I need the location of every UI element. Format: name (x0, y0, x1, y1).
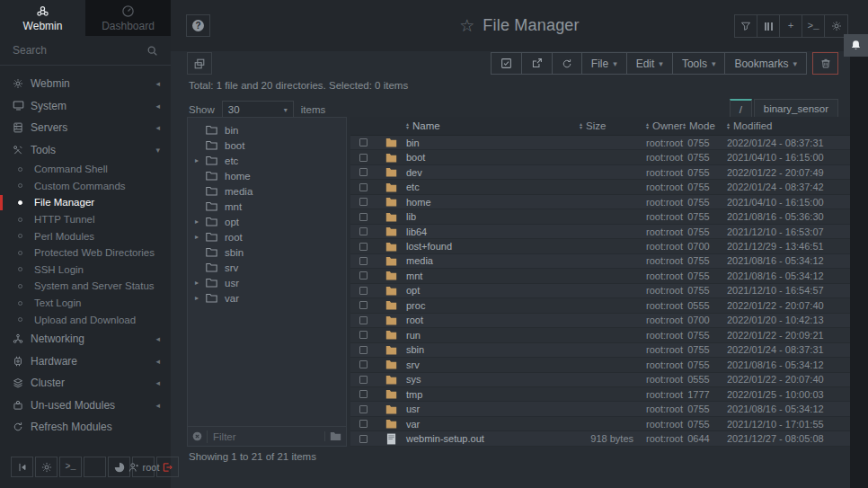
menu-tools-button[interactable]: Tools▾ (673, 53, 726, 74)
row-checkbox[interactable] (359, 183, 368, 191)
file-row-media[interactable]: mediaroot:root07552021/08/16 - 05:34:12 (350, 254, 850, 269)
file-name[interactable]: sbin (406, 344, 580, 355)
expand-caret-icon[interactable]: ▸ (195, 279, 206, 287)
file-row-opt[interactable]: optroot:root07552021/12/10 - 16:54:57 (350, 284, 850, 298)
row-checkbox[interactable] (359, 154, 368, 162)
row-checkbox[interactable] (359, 360, 368, 368)
tree-item-mnt[interactable]: mnt (188, 199, 346, 214)
sidebar-item-webmin[interactable]: Webmin◂ (0, 73, 171, 95)
trash-button[interactable] (812, 52, 838, 75)
file-row-root[interactable]: rootroot:root07002022/01/20 - 10:42:13 (350, 314, 850, 328)
sidebar-item-refresh-modules[interactable]: Refresh Modules (0, 416, 171, 439)
file-name[interactable]: webmin-setup.out (406, 433, 580, 444)
tab-webmin[interactable]: Webmin (0, 0, 85, 36)
file-row-lib64[interactable]: lib64root:root07552021/12/10 - 16:53:07 (350, 225, 850, 239)
file-row-var[interactable]: varroot:root07552021/12/10 - 17:01:55 (350, 417, 850, 431)
column-header-size[interactable]: ▴▾Size (580, 120, 633, 131)
share-button[interactable] (522, 53, 553, 74)
sidebar-item-http-tunnel[interactable]: HTTP Tunnel (0, 211, 171, 228)
notifications-tab[interactable] (844, 34, 868, 57)
row-checkbox[interactable] (359, 346, 368, 354)
file-row-proc[interactable]: procroot:root05552022/01/22 - 20:07:40 (350, 298, 850, 313)
sidebar-item-system[interactable]: System◂ (0, 95, 171, 118)
row-checkbox[interactable] (359, 168, 368, 176)
file-name[interactable]: tmp (406, 389, 580, 400)
row-checkbox[interactable] (359, 243, 368, 251)
row-checkbox[interactable] (359, 227, 368, 235)
row-checkbox[interactable] (359, 138, 368, 146)
row-checkbox[interactable] (359, 376, 368, 384)
breadcrumb-root[interactable]: / (730, 99, 752, 119)
tab-dashboard[interactable]: Dashboard (85, 0, 171, 36)
tree-item-home[interactable]: home (188, 168, 346, 183)
breadcrumb-current[interactable]: binary_sensor (754, 99, 838, 119)
file-name[interactable]: run (406, 330, 580, 341)
file-name[interactable]: mnt (406, 271, 580, 281)
file-row-sys[interactable]: sysroot:root05552022/01/22 - 20:07:40 (350, 373, 850, 387)
favorite-star-icon[interactable]: ☆ (459, 15, 474, 36)
logout-button[interactable] (156, 457, 179, 477)
file-row-boot[interactable]: bootroot:root07552021/04/10 - 16:15:00 (350, 150, 850, 164)
row-checkbox[interactable] (359, 301, 368, 309)
columns-button[interactable] (757, 15, 780, 37)
file-name[interactable]: lib (406, 211, 580, 222)
tree-item-etc[interactable]: ▸etc (188, 153, 346, 168)
file-name[interactable]: usr (406, 404, 580, 414)
row-checkbox[interactable] (359, 257, 368, 265)
file-name[interactable]: lib64 (406, 226, 580, 237)
favorites-button[interactable] (84, 457, 106, 477)
sidebar-item-tools[interactable]: Tools▾ (0, 139, 171, 162)
shell-button[interactable]: >_ (802, 15, 825, 37)
row-checkbox[interactable] (359, 271, 368, 279)
row-checkbox[interactable] (359, 331, 368, 339)
sidebar-item-networking[interactable]: Networking◂ (0, 328, 171, 350)
page-size-select[interactable]: 30 ▾ (222, 101, 294, 119)
row-checkbox[interactable] (359, 316, 368, 324)
sidebar-item-un-used-modules[interactable]: Un-used Modules◂ (0, 394, 171, 416)
tree-item-boot[interactable]: boot (188, 138, 346, 153)
file-row-lost-found[interactable]: lost+foundroot:root07002021/12/29 - 13:4… (350, 239, 850, 253)
sidebar-item-protected-web-directories[interactable]: Protected Web Directories (0, 244, 171, 262)
file-name[interactable]: dev (406, 167, 580, 178)
file-name[interactable]: var (406, 419, 580, 430)
column-header-owner[interactable]: ▴▾Owner (633, 120, 683, 131)
tree-item-media[interactable]: media (188, 183, 346, 199)
file-row-home[interactable]: homeroot:root07552021/04/10 - 16:15:00 (350, 195, 850, 209)
sidebar-item-servers[interactable]: Servers◂ (0, 117, 171, 139)
sidebar-search-input[interactable]: Search (0, 36, 171, 66)
expand-caret-icon[interactable]: ▸ (195, 217, 206, 226)
column-header-name[interactable]: ▴▾Name (406, 120, 580, 131)
column-header-mode[interactable]: ▴▾Mode (683, 120, 714, 131)
sidebar-item-text-login[interactable]: Text Login (0, 295, 171, 312)
file-row-usr[interactable]: usrroot:root07552021/08/16 - 05:34:12 (350, 402, 850, 416)
sidebar-item-perl-modules[interactable]: Perl Modules (0, 227, 171, 244)
tree-item-bin[interactable]: bin (188, 122, 346, 138)
theme-toggle-button[interactable] (35, 457, 58, 477)
tree-item-srv[interactable]: srv (188, 260, 346, 275)
file-name[interactable]: proc (406, 300, 580, 311)
file-name[interactable]: srv (406, 359, 580, 370)
file-row-srv[interactable]: srvroot:root07552021/08/16 - 05:34:12 (350, 358, 850, 372)
file-row-dev[interactable]: devroot:root07552022/01/22 - 20:07:49 (350, 165, 850, 180)
select-all-button[interactable] (492, 53, 522, 74)
file-name[interactable]: sys (406, 374, 580, 385)
expand-caret-icon[interactable]: ▸ (195, 294, 206, 302)
file-name[interactable]: opt (406, 285, 580, 296)
clear-filter-icon[interactable] (192, 431, 202, 441)
row-checkbox[interactable] (359, 287, 368, 295)
folder-select-icon[interactable] (324, 431, 341, 441)
row-checkbox[interactable] (359, 420, 368, 428)
file-row-tmp[interactable]: tmproot:root17772022/01/25 - 10:00:03 (350, 387, 850, 402)
sidebar-item-system-and-server-status[interactable]: System and Server Status (0, 278, 171, 295)
tree-item-var[interactable]: ▸var (188, 290, 346, 306)
filter-button[interactable] (735, 15, 757, 37)
file-name[interactable]: home (406, 197, 580, 208)
file-name[interactable]: boot (406, 152, 580, 163)
row-checkbox[interactable] (359, 435, 368, 443)
file-row-lib[interactable]: libroot:root07552021/08/16 - 05:36:30 (350, 209, 850, 224)
file-row-webmin-setup-out[interactable]: webmin-setup.out918 bytesroot:root064420… (350, 431, 850, 446)
copy-button[interactable] (187, 52, 212, 75)
file-row-bin[interactable]: binroot:root07552022/01/24 - 08:37:31 (350, 136, 850, 150)
sidebar-item-file-manager[interactable]: File Manager (0, 194, 171, 211)
tree-item-root[interactable]: ▸root (188, 229, 346, 244)
